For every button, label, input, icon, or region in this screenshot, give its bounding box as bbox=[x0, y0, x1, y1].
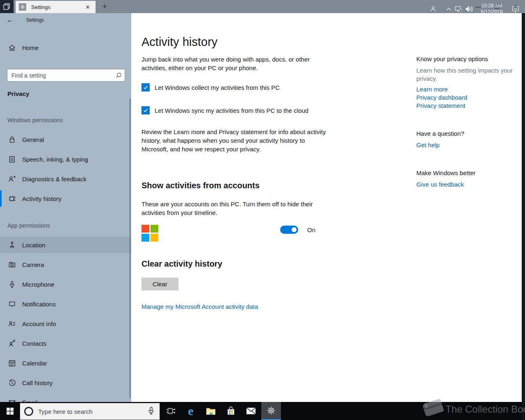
calendar-icon bbox=[8, 359, 16, 367]
sidebar-scrollbar[interactable] bbox=[130, 98, 130, 398]
review-text: Review the Learn more and Privacy statem… bbox=[142, 128, 330, 153]
start-button[interactable] bbox=[0, 402, 20, 420]
sidebar-item-label: Speech, inking, & typing bbox=[22, 156, 88, 163]
sidebar: ← Settings Home Privacy Windows permissi… bbox=[0, 13, 131, 402]
edge-button[interactable]: e bbox=[181, 402, 201, 420]
settings-window: ← Settings Home Privacy Windows permissi… bbox=[0, 13, 525, 402]
store-button[interactable] bbox=[221, 402, 241, 420]
manage-account-data-link[interactable]: Manage my Microsoft Account activity dat… bbox=[142, 303, 258, 310]
privacy-dashboard-link[interactable]: Privacy dashboard bbox=[416, 94, 467, 101]
checkbox-label: Let Windows sync my activities from this… bbox=[155, 107, 308, 114]
tab-close-button[interactable]: ✕ bbox=[84, 4, 91, 10]
microphone-icon bbox=[148, 406, 155, 417]
sidebar-item-activity-history[interactable]: Activity history bbox=[0, 190, 131, 207]
call-history-icon bbox=[8, 379, 16, 387]
settings-taskbar-button[interactable] bbox=[261, 402, 281, 420]
checkbox-sync-activities[interactable]: Let Windows sync my activities from this… bbox=[142, 106, 308, 114]
tab-switcher-button[interactable] bbox=[0, 0, 14, 13]
section-label-windows-permissions: Windows permissions bbox=[7, 117, 63, 123]
show-desktop-button[interactable] bbox=[523, 402, 525, 420]
volume-tray-icon[interactable] bbox=[464, 0, 474, 18]
checkbox-checked-icon[interactable] bbox=[142, 83, 150, 91]
feedback-title: Make Windows better bbox=[416, 169, 475, 176]
file-explorer-button[interactable] bbox=[201, 402, 221, 420]
toggle-knob bbox=[292, 227, 297, 232]
sidebar-item-general[interactable]: General bbox=[0, 131, 131, 148]
taskbar-search-input[interactable] bbox=[33, 408, 148, 415]
search-icon bbox=[112, 72, 125, 78]
privacy-statement-link[interactable]: Privacy statement bbox=[416, 102, 465, 109]
taskbar-search-box[interactable] bbox=[20, 403, 160, 420]
ms-logo-red bbox=[142, 225, 149, 233]
edge-icon: e bbox=[188, 405, 193, 417]
tray-clock[interactable]: 10:28 AM 5/12/2018 bbox=[476, 0, 508, 18]
sidebar-item-label: Microphone bbox=[22, 281, 54, 288]
clear-button[interactable]: Clear bbox=[142, 278, 178, 290]
checkbox-label: Let Windows collect my activities from t… bbox=[155, 84, 280, 91]
network-tray-icon[interactable] bbox=[454, 0, 463, 18]
checkbox-checked-icon[interactable] bbox=[142, 106, 150, 114]
notification-bubble-icon bbox=[8, 300, 16, 308]
tab-title: Settings bbox=[31, 4, 50, 10]
task-view-button[interactable] bbox=[161, 402, 180, 420]
mail-button[interactable] bbox=[241, 402, 261, 420]
checkbox-collect-activities[interactable]: Let Windows collect my activities from t… bbox=[142, 83, 280, 91]
feedback-person-icon bbox=[8, 175, 16, 183]
sidebar-item-diagnostics-feedback[interactable]: Diagnostics & feedback bbox=[0, 171, 131, 187]
sidebar-item-calendar[interactable]: Calendar bbox=[0, 355, 131, 371]
account-toggle[interactable] bbox=[280, 226, 298, 234]
tab-settings[interactable]: Settings ✕ bbox=[16, 1, 96, 13]
back-button[interactable]: ← bbox=[0, 16, 20, 24]
people-tray-icon[interactable] bbox=[428, 0, 438, 18]
sidebar-item-label: Contacts bbox=[22, 340, 46, 347]
sidebar-item-label: Calendar bbox=[22, 360, 47, 367]
sidebar-item-microphone[interactable]: Microphone bbox=[0, 276, 131, 292]
search-box[interactable] bbox=[7, 69, 125, 82]
clear-section-title: Clear activity history bbox=[142, 259, 222, 269]
sidebar-item-notifications[interactable]: Notifications bbox=[0, 296, 131, 312]
new-tab-button[interactable]: + bbox=[100, 2, 110, 11]
microsoft-logo bbox=[142, 225, 158, 242]
ms-logo-blue bbox=[142, 234, 149, 242]
sidebar-item-location[interactable]: Location bbox=[0, 237, 131, 253]
sidebar-item-label: Home bbox=[22, 44, 39, 51]
settings-gear-icon bbox=[267, 406, 276, 415]
account-toggle-row: On bbox=[280, 226, 315, 234]
sidebar-item-label: Diagnostics & feedback bbox=[22, 176, 87, 183]
ms-logo-yellow bbox=[151, 234, 158, 242]
sidebar-item-speech-inking-typing[interactable]: Speech, inking, & typing bbox=[0, 151, 131, 167]
ms-logo-green bbox=[151, 225, 158, 233]
microphone-icon bbox=[8, 281, 16, 288]
sidebar-item-label: Account info bbox=[22, 320, 56, 327]
window-scrollbar-strip[interactable] bbox=[522, 13, 525, 402]
account-info-icon bbox=[8, 320, 16, 328]
sidebar-item-label: Notifications bbox=[22, 301, 56, 308]
sidebar-item-label: Call history bbox=[22, 379, 52, 386]
hidden-icons-chevron[interactable] bbox=[445, 0, 453, 18]
cortana-icon bbox=[24, 407, 33, 416]
give-feedback-link[interactable]: Give us feedback bbox=[416, 181, 464, 188]
learn-more-link[interactable]: Learn more bbox=[416, 86, 448, 93]
task-view-icon bbox=[166, 407, 175, 415]
sidebar-item-call-history[interactable]: Call history bbox=[0, 374, 131, 391]
sidebar-item-camera[interactable]: Camera bbox=[0, 256, 131, 273]
section-label-app-permissions: App permissions bbox=[7, 222, 50, 229]
action-center-button[interactable] bbox=[509, 0, 522, 18]
search-input[interactable] bbox=[7, 72, 112, 79]
sidebar-item-label: Location bbox=[22, 242, 46, 249]
sidebar-item-label: General bbox=[22, 136, 44, 143]
desktop-screen: Settings ✕ + — ✕ ← Settings Home bbox=[0, 0, 525, 420]
sidebar-item-home[interactable]: Home bbox=[0, 39, 131, 56]
notepad-icon bbox=[8, 155, 16, 163]
mail-icon bbox=[246, 407, 256, 415]
selected-indicator bbox=[0, 190, 2, 207]
sidebar-item-contacts[interactable]: Contacts bbox=[0, 335, 131, 352]
sidebar-item-account-info[interactable]: Account info bbox=[0, 315, 131, 332]
windows-logo-icon bbox=[7, 408, 14, 415]
settings-gear-icon bbox=[19, 3, 26, 11]
home-icon bbox=[8, 44, 16, 52]
app-header-title: Settings bbox=[26, 17, 44, 23]
intro-text: Jump back into what you were doing with … bbox=[142, 55, 317, 72]
get-help-link[interactable]: Get help bbox=[416, 142, 440, 148]
category-title: Privacy bbox=[7, 90, 29, 97]
